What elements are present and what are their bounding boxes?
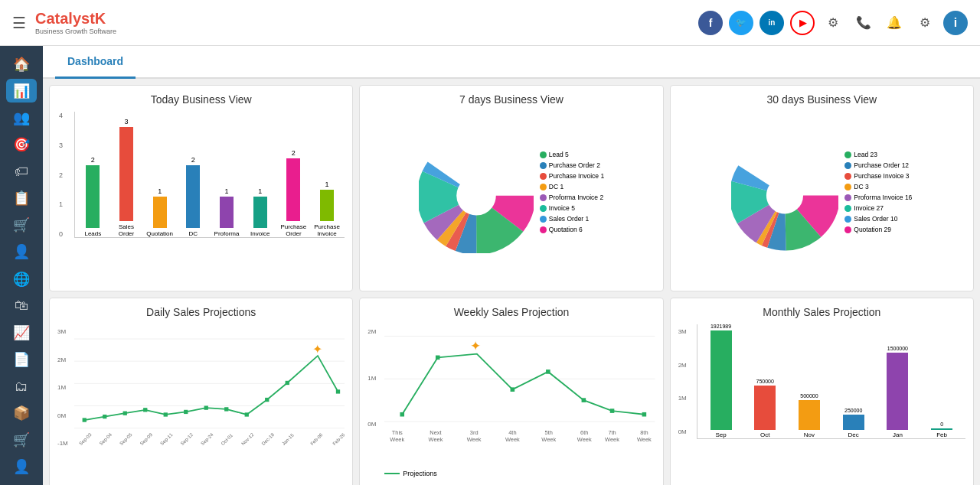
seven-days-pie bbox=[419, 131, 534, 253]
svg-text:Week: Week bbox=[505, 436, 520, 443]
weekly-line-chart: 2M1M0M ✦ bbox=[368, 324, 655, 477]
notifications-icon[interactable]: 🔔 bbox=[882, 11, 906, 35]
svg-rect-23 bbox=[123, 412, 127, 415]
svg-text:Sep-12: Sep-12 bbox=[179, 431, 194, 446]
weekly-svg: ✦ This Week Next Week 3rd Week 4th bbox=[384, 324, 655, 458]
svg-rect-26 bbox=[184, 410, 188, 414]
daily-sales-projections-card: Daily Sales Projections 3M2M1M0M-1M bbox=[49, 298, 353, 485]
monthly-sales-projection-card: Monthly Sales Projection 3M2M1M0M 192198… bbox=[670, 298, 974, 485]
header: ☰ CatalystK Business Growth Software f 🐦… bbox=[0, 0, 980, 46]
svg-text:This: This bbox=[392, 429, 403, 436]
svg-text:Sep-03: Sep-03 bbox=[78, 431, 93, 446]
bar-group-purchase-order: 2 PurchaseOrder bbox=[279, 149, 309, 237]
phone-icon[interactable]: 📞 bbox=[851, 11, 876, 35]
sidebar-item-files[interactable]: 🗂 bbox=[6, 375, 37, 399]
settings-icon[interactable]: ⚙ bbox=[821, 11, 845, 35]
svg-text:Sep-24: Sep-24 bbox=[200, 431, 214, 446]
tab-dashboard[interactable]: Dashboard bbox=[55, 46, 136, 79]
monthly-bar-jan: 1500000 Jan bbox=[878, 346, 918, 438]
svg-text:Week: Week bbox=[577, 436, 592, 443]
svg-text:Sep-05: Sep-05 bbox=[119, 431, 133, 446]
svg-text:Feb-26: Feb-26 bbox=[332, 431, 345, 446]
svg-text:4th: 4th bbox=[509, 429, 517, 436]
bar-group-dc: 2 DC bbox=[178, 156, 208, 237]
weekly-sales-projection-card: Weekly Sales Projection 2M1M0M bbox=[359, 298, 663, 485]
sidebar-item-docs[interactable]: 📄 bbox=[6, 347, 37, 371]
hamburger-icon[interactable]: ☰ bbox=[12, 14, 26, 32]
seven-days-legend: Lead 5 Purchase Order 2 Purchase Invoice… bbox=[540, 151, 604, 233]
main-layout: 🏠 📊 👥 🎯 🏷 📋 🛒 👤 🌐 🛍 📈 📄 🗂 📦 🛒 👤 Dashboar… bbox=[0, 46, 980, 485]
sidebar-item-home[interactable]: 🏠 bbox=[6, 52, 37, 76]
svg-rect-30 bbox=[265, 398, 269, 402]
monthly-bars: 1921989 Sep 750000 Oct 500000 bbox=[697, 324, 965, 439]
logo: CatalystK Business Growth Software bbox=[35, 10, 116, 35]
info-icon[interactable]: i bbox=[943, 11, 968, 35]
seven-days-business-view-card: 7 days Business View bbox=[359, 85, 663, 291]
svg-text:Oct-01: Oct-01 bbox=[220, 432, 234, 446]
weekly-legend: Projections bbox=[384, 470, 437, 477]
sidebar-item-inventory[interactable]: 📦 bbox=[6, 402, 37, 425]
svg-rect-24 bbox=[143, 408, 147, 412]
sidebar-item-targets[interactable]: 🎯 bbox=[6, 132, 37, 156]
svg-text:✦: ✦ bbox=[470, 339, 481, 353]
svg-rect-22 bbox=[103, 415, 106, 418]
svg-text:5th: 5th bbox=[545, 429, 553, 436]
thirty-days-pie bbox=[731, 131, 838, 253]
sidebar-item-users[interactable]: 👤 bbox=[6, 240, 37, 264]
svg-text:Week: Week bbox=[542, 436, 557, 443]
bar-group-quotation: 1 Quotation bbox=[145, 187, 175, 237]
svg-text:7th: 7th bbox=[609, 429, 616, 436]
svg-rect-31 bbox=[286, 381, 289, 385]
linkedin-icon[interactable]: in bbox=[760, 11, 784, 35]
youtube-icon[interactable]: ▶ bbox=[790, 11, 815, 35]
monthly-bar-dec: 250000 Dec bbox=[834, 408, 874, 438]
monthly-chart-title: Monthly Sales Projection bbox=[678, 306, 965, 318]
svg-rect-33 bbox=[336, 389, 340, 393]
header-actions: f 🐦 in ▶ ⚙ 📞 🔔 ⚙ i bbox=[698, 11, 968, 35]
svg-text:Dec-18: Dec-18 bbox=[260, 431, 275, 446]
bar-group-sales-order: 3 SalesOrder bbox=[112, 118, 142, 237]
svg-text:Sep-09: Sep-09 bbox=[139, 431, 153, 446]
monthly-bar-oct: 750000 Oct bbox=[745, 379, 785, 438]
svg-rect-57 bbox=[642, 412, 647, 417]
sidebar-item-purchase[interactable]: 🛒 bbox=[6, 213, 37, 237]
svg-rect-53 bbox=[511, 387, 515, 392]
twitter-icon[interactable]: 🐦 bbox=[729, 11, 753, 35]
sidebar-item-shop[interactable]: 🛍 bbox=[6, 294, 37, 317]
svg-rect-54 bbox=[546, 369, 550, 374]
svg-text:✦: ✦ bbox=[312, 343, 322, 356]
sidebar-item-dashboard[interactable]: 📊 bbox=[6, 79, 37, 103]
sidebar-item-orders[interactable]: 📋 bbox=[6, 187, 37, 210]
sidebar-item-globe[interactable]: 🌐 bbox=[6, 267, 37, 291]
daily-svg: ✦ Sep-03 Sep-04 Sep-05 Sep-09 Sep-11 Sep… bbox=[74, 324, 345, 458]
today-business-view-card: Today Business View 43210 2 Leads bbox=[49, 85, 353, 291]
svg-rect-50 bbox=[400, 412, 405, 417]
facebook-icon[interactable]: f bbox=[698, 11, 723, 35]
svg-text:8th: 8th bbox=[641, 429, 648, 436]
sidebar-item-profile[interactable]: 👤 bbox=[6, 455, 37, 479]
today-chart-title: Today Business View bbox=[57, 93, 345, 106]
thirty-days-business-view-card: 30 days Business View bbox=[670, 85, 974, 291]
sidebar: 🏠 📊 👥 🎯 🏷 📋 🛒 👤 🌐 🛍 📈 📄 🗂 📦 🛒 👤 bbox=[0, 46, 43, 485]
svg-text:Sep-04: Sep-04 bbox=[98, 431, 113, 446]
content-area: Dashboard Today Business View 43210 2 bbox=[43, 46, 980, 485]
sidebar-item-cart[interactable]: 🛒 bbox=[6, 428, 37, 452]
svg-text:3rd: 3rd bbox=[470, 429, 479, 436]
sidebar-item-reports[interactable]: 📈 bbox=[6, 321, 37, 344]
tab-bar: Dashboard bbox=[43, 46, 980, 79]
logo-name: CatalystK bbox=[35, 10, 116, 28]
svg-text:Week: Week bbox=[467, 436, 482, 443]
sidebar-item-leads[interactable]: 👥 bbox=[6, 106, 37, 129]
monthly-bar-feb: 0 Feb bbox=[922, 422, 962, 438]
svg-text:6th: 6th bbox=[580, 429, 588, 436]
svg-rect-51 bbox=[436, 356, 440, 360]
monthly-bar-nov: 500000 Nov bbox=[789, 393, 829, 438]
thirty-days-legend: Lead 23 Purchase Order 12 Purchase Invoi… bbox=[844, 151, 912, 233]
sidebar-item-tags[interactable]: 🏷 bbox=[6, 160, 37, 184]
logo-tagline: Business Growth Software bbox=[35, 28, 116, 35]
config-icon[interactable]: ⚙ bbox=[913, 11, 937, 35]
svg-text:Week: Week bbox=[605, 436, 619, 443]
svg-rect-29 bbox=[245, 412, 249, 416]
thirty-days-chart-title: 30 days Business View bbox=[678, 93, 965, 106]
weekly-chart-title: Weekly Sales Projection bbox=[368, 306, 655, 318]
